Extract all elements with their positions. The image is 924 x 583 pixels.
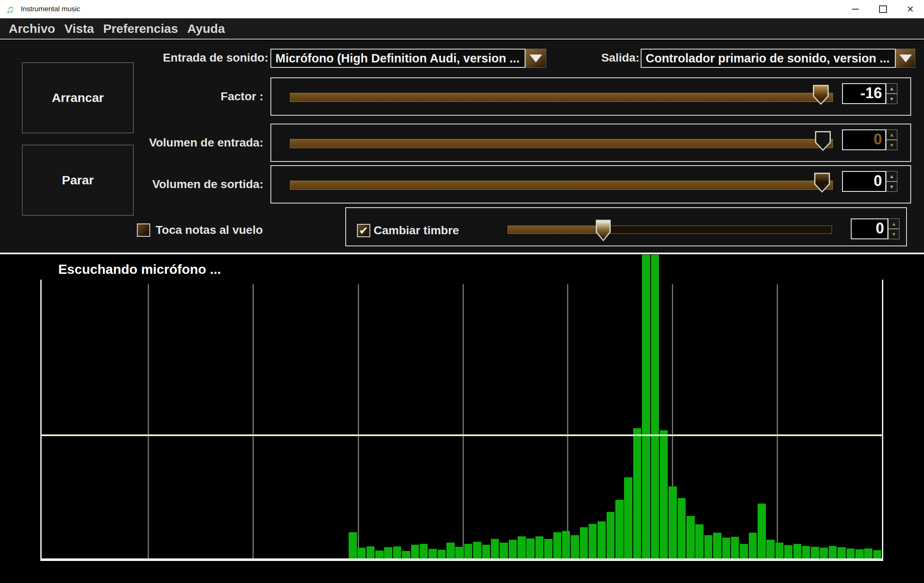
spectrum-bar: [651, 255, 659, 558]
spectrum-bar: [713, 533, 721, 558]
input-volume-label: Volumen de entrada:: [104, 134, 263, 151]
close-icon: ×: [907, 1, 914, 17]
spectrum-bar: [597, 521, 606, 558]
spin-down-button[interactable]: ▼: [886, 140, 897, 150]
play-notes-label: Toca notas al vuelo: [156, 222, 263, 238]
spectrum-bar: [615, 500, 624, 558]
factor-slider-track[interactable]: [290, 93, 833, 102]
spectrum-bar: [473, 542, 481, 558]
chart-baseline: [40, 558, 883, 561]
timbre-value-input[interactable]: 0: [851, 218, 888, 239]
spectrum-bar: [758, 504, 766, 558]
spectrum-bar: [873, 550, 882, 558]
minimize-icon: [852, 9, 859, 10]
gridline: [253, 284, 254, 558]
spectrum-bar: [544, 539, 552, 558]
triangle-down-icon: ▼: [889, 143, 894, 148]
control-panel: Arrancar Parar Entrada de sonido: Micróf…: [0, 40, 924, 254]
spectrum-bar: [518, 536, 526, 558]
window-title: Instrumental music: [21, 0, 80, 18]
spectrum-bar: [775, 543, 784, 558]
spectrum-bar: [509, 540, 517, 558]
spectrum-bar: [855, 549, 864, 558]
spin-up-button[interactable]: ▲: [886, 83, 897, 94]
close-button[interactable]: ×: [897, 0, 924, 18]
triangle-down-icon: ▼: [892, 232, 897, 237]
gridline: [567, 284, 568, 558]
menu-preferencias[interactable]: Preferencias: [99, 22, 183, 36]
factor-label: Factor :: [104, 88, 263, 105]
spin-down-button[interactable]: ▼: [886, 181, 897, 192]
menu-vista[interactable]: Vista: [60, 22, 99, 36]
spectrum-bar: [624, 477, 632, 558]
spectrum-bar: [829, 546, 837, 558]
spectrum-bar: [420, 544, 428, 558]
input-device-label: Entrada de sonido:: [125, 49, 268, 67]
spectrum-bar: [811, 547, 819, 558]
chevron-down-icon: [899, 55, 912, 62]
output-device-dropdown[interactable]: Controlador primario de sonido, version …: [641, 49, 896, 68]
triangle-down-icon: ▼: [889, 97, 894, 102]
spectrum-bar: [384, 547, 392, 558]
spectrum-bar: [589, 524, 597, 558]
spectrum-bar: [837, 547, 846, 558]
checkmark-icon: ✔: [359, 225, 368, 236]
spectrum-bar: [500, 543, 508, 558]
factor-spinner: ▲ ▼: [886, 83, 897, 104]
spectrum-bar: [446, 543, 455, 558]
maximize-button[interactable]: [869, 0, 897, 18]
spectrum-bar: [722, 538, 731, 558]
spectrum-bar: [847, 548, 855, 558]
music-note-icon: ♫: [6, 2, 14, 16]
timbre-spinner: ▲ ▼: [888, 218, 899, 239]
spin-up-button[interactable]: ▲: [888, 218, 899, 229]
output-volume-spinner: ▲ ▼: [886, 171, 897, 192]
spin-up-button[interactable]: ▲: [886, 129, 897, 140]
output-volume-value-input[interactable]: 0: [842, 171, 886, 192]
input-device-dropdown-button[interactable]: [525, 49, 546, 68]
gridline: [463, 284, 464, 558]
spectrum-bar: [464, 544, 473, 558]
spin-down-button[interactable]: ▼: [886, 94, 897, 104]
spin-up-button[interactable]: ▲: [886, 171, 897, 181]
spectrum-bar: [740, 544, 748, 558]
spin-down-button[interactable]: ▼: [888, 229, 899, 239]
chart-right-axis: [882, 280, 883, 561]
timbre-slider-track[interactable]: [508, 226, 832, 234]
factor-value-input[interactable]: -16: [842, 83, 886, 104]
spectrum-bar: [766, 540, 775, 558]
minimize-button[interactable]: [842, 0, 869, 18]
triangle-up-icon: ▲: [892, 221, 897, 226]
spectrum-bar: [482, 545, 490, 558]
input-device-dropdown[interactable]: Micrófono (High Definition Audi, version…: [270, 49, 525, 68]
input-volume-value-input[interactable]: 0: [842, 129, 886, 150]
spectrum-bar: [669, 486, 677, 558]
spectrum-bar: [491, 539, 499, 558]
chart-left-axis: [40, 280, 42, 561]
spectrum-chart: [0, 254, 924, 583]
menu-bar: Archivo Vista Preferencias Ayuda: [0, 18, 924, 40]
timbre-slider-fill: [508, 226, 602, 233]
output-device-dropdown-button[interactable]: [896, 49, 915, 68]
spectrum-bar: [438, 550, 446, 558]
input-volume-slider-track[interactable]: [290, 139, 833, 148]
timbre-checkbox[interactable]: ✔: [357, 224, 370, 237]
spectrum-bar: [393, 546, 401, 558]
spectrum-bar: [571, 535, 579, 558]
timbre-slider-handle[interactable]: [596, 220, 611, 241]
output-volume-row: 0 ▲ ▼: [270, 165, 911, 203]
spectrum-bar: [607, 512, 615, 558]
spectrum-bar: [429, 549, 437, 558]
menu-archivo[interactable]: Archivo: [4, 22, 60, 36]
output-volume-label: Volumen de sortida:: [104, 176, 263, 193]
output-volume-slider-track[interactable]: [290, 181, 833, 190]
menu-ayuda[interactable]: Ayuda: [183, 22, 230, 36]
play-notes-checkbox[interactable]: [137, 223, 150, 237]
spectrum-bar: [535, 536, 544, 558]
spectrum-bar: [695, 524, 704, 558]
spectrum-bar: [864, 548, 872, 558]
triangle-up-icon: ▲: [889, 174, 894, 179]
spectrum-bar: [633, 428, 642, 558]
triangle-up-icon: ▲: [889, 132, 894, 137]
spectrum-bar: [704, 535, 713, 558]
